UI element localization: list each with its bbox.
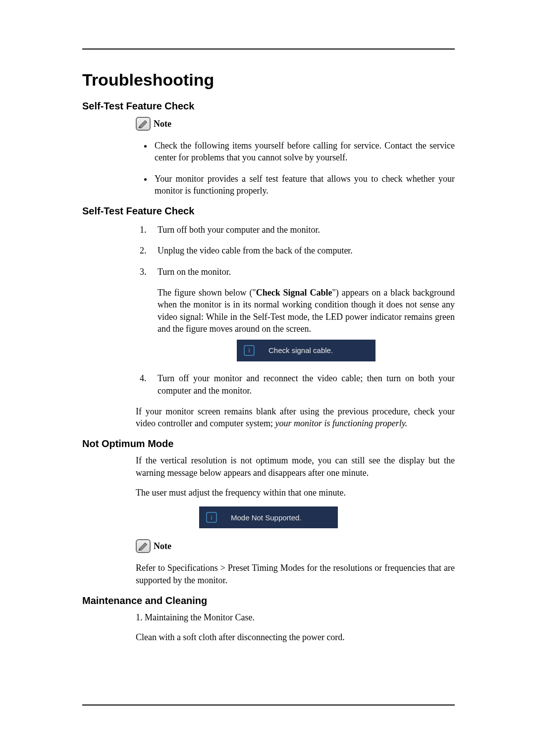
step-item: Unplug the video cable from the back of … [149,245,455,256]
step-text: Turn off your monitor and reconnect the … [158,372,455,397]
paragraph: If your monitor screen remains blank aft… [136,405,455,430]
step-item: Turn on the monitor. The figure shown be… [149,266,455,361]
osd-message-box: i Check signal cable. [237,340,375,361]
bottom-rule [82,705,455,706]
paragraph: Clean with a soft cloth after disconnect… [136,631,455,643]
step-extra-text: The figure shown below ("Check Signal Ca… [158,287,455,335]
section-heading-not-optimum: Not Optimum Mode [82,438,455,450]
step-item: Turn off both your computer and the moni… [149,224,455,236]
italic-text: your monitor is functioning properly. [275,418,407,428]
note-icon [136,117,151,131]
osd-message-box: i Mode Not Supported. [199,506,338,528]
note-label: Note [154,119,171,129]
bullet-item: Your monitor provides a self test featur… [153,173,455,197]
note-bullet-list: Check the following items yourself befor… [82,140,455,197]
osd-text: Mode Not Supported. [231,513,338,522]
page-title: Troubleshooting [82,70,455,90]
osd-text: Check signal cable. [268,346,375,355]
paragraph: The user must adjust the frequency withi… [136,487,455,499]
steps-list: Turn off both your computer and the moni… [82,224,455,397]
text-fragment: The figure shown below (" [158,288,256,298]
note-callout: Note [136,117,455,131]
paragraph: If the vertical resolution is not optimu… [136,454,455,479]
step-text: Turn off both your computer and the moni… [158,224,455,236]
bold-text: Check Signal Cable [256,288,332,298]
note-callout: Note [136,539,455,553]
section-heading-selftest-1: Self-Test Feature Check [82,101,455,112]
paragraph: Refer to Specifications > Preset Timing … [136,562,455,586]
step-text: Unplug the video cable from the back of … [158,245,455,256]
step-item: Turn off your monitor and reconnect the … [149,372,455,397]
note-label: Note [154,541,171,552]
step-text: Turn on the monitor. [158,266,455,278]
info-icon: i [206,512,217,523]
section-heading-maintenance: Maintenance and Cleaning [82,595,455,606]
info-icon: i [244,345,255,356]
note-icon [136,539,151,553]
bullet-item: Check the following items yourself befor… [153,140,455,164]
top-rule [82,49,455,50]
section-heading-selftest-2: Self-Test Feature Check [82,205,455,217]
paragraph: 1. Maintaining the Monitor Case. [136,611,455,623]
document-page: Troubleshooting Self-Test Feature Check … [0,0,535,644]
